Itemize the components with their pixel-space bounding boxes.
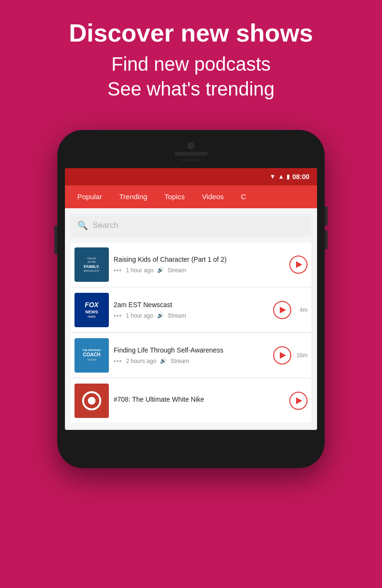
play-triangle-icon [296,397,302,404]
podcast-title: 2am EST Newscast [114,300,268,309]
dots-icon: ••• [114,312,122,320]
phone-sensor [181,159,201,161]
tab-trending[interactable]: Trending [111,185,156,208]
search-placeholder: Search [93,221,118,230]
phone-camera [188,142,194,149]
podcast-title: #708: The Ultimate White Nike [114,395,285,404]
stream-label: Stream [168,267,186,274]
dots-icon: ••• [114,357,122,365]
status-bar: ▼ ▲ ▮ 08:00 [65,168,317,185]
podcast-item: FOCUS on the FAMILY. BROADCAST Raising K… [71,243,311,287]
podcast-info: Raising Kids of Character (Part 1 of 2) … [114,255,285,274]
hero-section: Discover new shows Find new podcasts See… [0,0,382,116]
stream-icon: 🔊 [157,312,164,319]
stream-icon: 🔊 [160,358,167,364]
wifi-icon: ▼ [269,173,276,180]
podcast-info: 2am EST Newscast ••• 1 hour ago 🔊 Stream [114,300,268,320]
power-button [54,225,57,254]
phone-device: ▼ ▲ ▮ 08:00 Popular Trending Topics Vide… [57,130,325,468]
play-button[interactable] [273,346,291,364]
time-ago: 1 hour ago [126,312,153,319]
stream-label: Stream [170,358,189,364]
time-ago: 2 hours ago [126,358,156,364]
play-button[interactable] [289,256,308,274]
podcast-meta: ••• 2 hours ago 🔊 Stream [114,357,268,365]
phone-screen: ▼ ▲ ▮ 08:00 Popular Trending Topics Vide… [65,168,317,430]
phone-top-hardware [65,139,317,168]
time-ago: 1 hour ago [126,267,153,274]
phone-wrapper: ▼ ▲ ▮ 08:00 Popular Trending Topics Vide… [0,116,382,468]
status-time: 08:00 [292,173,309,181]
tab-videos[interactable]: Videos [193,185,233,208]
play-triangle-icon [280,352,286,359]
phone-bottom [65,430,317,439]
dots-icon: ••• [114,267,122,274]
tab-topics[interactable]: Topics [156,185,193,208]
hero-subtitle: Find new podcasts See what's trending [10,52,372,101]
podcast-thumbnail: FOX NEWS radio [74,293,109,327]
tab-more[interactable]: C [232,185,249,208]
podcast-item: FOX NEWS radio 2am EST Newscast ••• 1 ho… [71,288,311,332]
duration-label: 4m [296,307,308,313]
volume-down-button [325,230,328,249]
stream-label: Stream [168,312,186,319]
tab-popular[interactable]: Popular [69,185,111,208]
podcast-meta: ••• 1 hour ago 🔊 Stream [114,312,268,320]
status-icons: ▼ ▲ ▮ 08:00 [269,173,309,181]
search-bar[interactable]: 🔍 Search [71,214,311,237]
play-button[interactable] [273,301,291,319]
podcast-thumbnail: THE MORNING COACH SHOW [74,338,109,373]
phone-speaker [174,152,208,156]
podcast-thumbnail: FOCUS on the FAMILY. BROADCAST [74,247,109,282]
battery-icon: ▮ [286,173,290,180]
podcast-item: THE MORNING COACH SHOW Finding Life Thro… [71,333,311,378]
play-triangle-icon [296,261,302,268]
volume-up-button [325,206,328,225]
podcast-thumbnail [74,384,109,418]
podcast-info: #708: The Ultimate White Nike [114,395,285,406]
duration-label: 16m [296,352,308,359]
hero-title: Discover new shows [10,19,372,48]
podcast-info: Finding Life Through Self-Awareness ••• … [114,346,268,365]
podcast-title: Finding Life Through Self-Awareness [114,346,268,354]
play-button[interactable] [289,392,308,410]
stream-icon: 🔊 [157,267,164,273]
search-icon: 🔍 [77,220,88,231]
signal-icon: ▲ [278,173,284,180]
play-triangle-icon [280,307,286,313]
podcast-item: #708: The Ultimate White Nike [71,379,311,423]
podcast-meta: ••• 1 hour ago 🔊 Stream [114,267,285,274]
podcast-title: Raising Kids of Character (Part 1 of 2) [114,255,285,264]
content-area: 🔍 Search FOCUS on the FAMILY. BROADCAST [65,208,317,430]
nav-tabs: Popular Trending Topics Videos C [65,185,317,208]
